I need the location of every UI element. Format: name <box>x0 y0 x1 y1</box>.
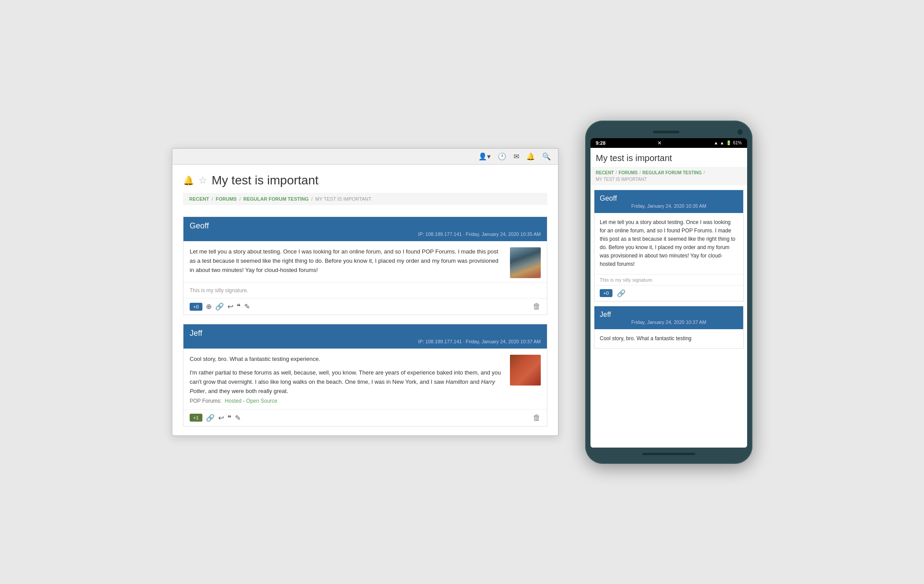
mobile-status-bar: 9:28 ✕ ▲ ▲ 🔋 61% <box>590 138 747 148</box>
post-header-jeff: Jeff IP: 108.189.177.141 · Friday, Janua… <box>183 324 547 349</box>
search-icon[interactable]: 🔍 <box>542 152 551 161</box>
post-author-jeff: Jeff <box>190 329 541 338</box>
add-reaction-icon[interactable]: ⊕ <box>206 302 212 311</box>
mobile-post-author-geoff: Geoff <box>600 195 738 202</box>
mobile-breadcrumb-current: My Test Is Important <box>596 177 647 182</box>
post-author-geoff: Geoff <box>190 221 541 231</box>
bell-icon[interactable]: 🔔 <box>526 152 535 161</box>
mail-icon[interactable]: ✉ <box>513 152 519 161</box>
mobile-page-title: My test is important <box>590 148 747 167</box>
vote-button-geoff[interactable]: +0 <box>190 303 202 311</box>
mobile-post-text-geoff: Let me tell you a story about testing. O… <box>594 213 743 274</box>
post-actions-geoff: +0 ⊕ 🔗 ↩ ❝ ✎ 🗑 <box>183 298 547 315</box>
mobile-status-icons: ▲ ▲ 🔋 61% <box>714 140 742 145</box>
post-header-geoff: Geoff IP: 108.189.177.141 · Friday, Janu… <box>183 217 547 241</box>
mobile-post-date-geoff: Friday, January 24, 2020 10:35 AM <box>600 203 738 209</box>
breadcrumb-current: My Test Is Important <box>315 196 371 202</box>
breadcrumb-recent[interactable]: Recent <box>189 196 209 202</box>
hosted-link[interactable]: Hosted <box>225 398 242 404</box>
browser-toolbar: 👤▾ 🕐 ✉ 🔔 🔍 <box>172 149 558 165</box>
mobile-post-sig-geoff: This is my silly signature. <box>594 274 743 285</box>
post-signature-geoff: This is my silly signature. <box>183 283 547 298</box>
post-links-jeff: POP Forums: Hosted - Open Source <box>183 396 547 409</box>
mobile-vote-button-geoff[interactable]: +0 <box>600 289 612 297</box>
breadcrumb: Recent / Forums / Regular Forum Testing … <box>183 193 547 205</box>
post-body-geoff: Let me tell you a story about testing. O… <box>183 241 547 278</box>
opensource-link[interactable]: Open Source <box>246 398 278 404</box>
mobile-link-icon-geoff[interactable]: 🔗 <box>617 289 626 298</box>
mobile-post-geoff: Geoff Friday, January 24, 2020 10:35 AM … <box>594 190 744 301</box>
link-icon[interactable]: 🔗 <box>215 302 224 311</box>
mobile-breadcrumb: Recent / Forums / Regular Forum Testing … <box>590 167 747 185</box>
wifi-icon: ▲ <box>714 140 718 145</box>
post-text-jeff: Cool story, bro. What a fantastic testin… <box>190 355 504 396</box>
user-icon[interactable]: 👤▾ <box>478 152 491 161</box>
page-title: My test is important <box>212 173 319 187</box>
battery-icon: 🔋 <box>726 140 731 145</box>
mobile-post-author-jeff: Jeff <box>600 311 738 319</box>
post-text-geoff: Let me tell you a story about testing. O… <box>190 247 504 278</box>
avatar-jeff <box>510 355 541 386</box>
edit-icon-jeff[interactable]: ✎ <box>235 414 241 422</box>
mobile-top-bar <box>590 129 747 135</box>
mobile-camera <box>737 129 743 135</box>
quote-icon-jeff[interactable]: ❝ <box>227 414 231 422</box>
mobile-post-header-jeff: Jeff Friday, January 24, 2020 10:37 AM <box>594 306 743 329</box>
avatar-geoff <box>510 247 541 278</box>
signal-icon: ▲ <box>720 140 724 145</box>
post-body-jeff: Cool story, bro. What a fantastic testin… <box>183 349 547 396</box>
mobile-breadcrumb-forums[interactable]: Forums <box>619 170 638 175</box>
post-text-jeff-p1: Cool story, bro. What a fantastic testin… <box>190 355 504 364</box>
page-title-row: 🔔 ☆ My test is important <box>183 173 547 187</box>
desktop-browser: 👤▾ 🕐 ✉ 🔔 🔍 🔔 ☆ My test is important Rece… <box>172 148 559 436</box>
post-actions-jeff: +1 🔗 ↩ ❝ ✎ 🗑 <box>183 409 547 426</box>
mobile-speaker <box>653 131 679 133</box>
link-icon-jeff[interactable]: 🔗 <box>206 414 215 422</box>
mobile-content: My test is important Recent / Forums / R… <box>590 148 747 448</box>
reply-icon-jeff[interactable]: ↩ <box>218 414 224 422</box>
mobile-device: 9:28 ✕ ▲ ▲ 🔋 61% My test is important Re… <box>585 121 752 464</box>
breadcrumb-subforum[interactable]: Regular Forum Testing <box>243 196 309 202</box>
mobile-post-jeff: Jeff Friday, January 24, 2020 10:37 AM C… <box>594 306 744 349</box>
mobile-post-actions-geoff: +0 🔗 <box>594 285 743 301</box>
vote-button-jeff[interactable]: +1 <box>190 414 202 422</box>
page-header: 🔔 ☆ My test is important Recent / Forums… <box>172 165 558 217</box>
post-geoff: Geoff IP: 108.189.177.141 · Friday, Janu… <box>183 217 547 315</box>
mobile-post-date-jeff: Friday, January 24, 2020 10:37 AM <box>600 320 738 325</box>
mobile-screen: 9:28 ✕ ▲ ▲ 🔋 61% My test is important Re… <box>590 138 747 448</box>
unwatch-icon[interactable]: 🔔 <box>183 175 194 186</box>
clock-icon[interactable]: 🕐 <box>498 152 506 161</box>
favorite-icon[interactable]: ☆ <box>198 175 207 186</box>
post-links-label: POP Forums: <box>190 398 221 404</box>
mobile-time: 9:28 <box>596 140 605 146</box>
reply-icon[interactable]: ↩ <box>227 302 233 311</box>
delete-icon-geoff[interactable]: 🗑 <box>533 302 541 311</box>
mobile-carrier-icon: ✕ <box>657 140 662 146</box>
mobile-breadcrumb-recent[interactable]: Recent <box>596 170 614 175</box>
mobile-post-header-geoff: Geoff Friday, January 24, 2020 10:35 AM <box>594 190 743 213</box>
breadcrumb-forums[interactable]: Forums <box>216 196 237 202</box>
mobile-home-indicator <box>642 453 695 455</box>
battery-percent: 61% <box>733 140 742 145</box>
mobile-post-text-jeff: Cool story, bro. What a fantastic testin… <box>594 329 743 348</box>
mobile-breadcrumb-subforum[interactable]: Regular Forum Testing <box>642 170 702 175</box>
post-text-jeff-p2: I'm rather partial to these forums as we… <box>190 368 504 396</box>
delete-icon-jeff[interactable]: 🗑 <box>533 413 541 422</box>
quote-icon[interactable]: ❝ <box>237 302 241 311</box>
edit-icon[interactable]: ✎ <box>244 302 250 311</box>
post-jeff: Jeff IP: 108.189.177.141 · Friday, Janua… <box>183 324 547 426</box>
post-meta-geoff: IP: 108.189.177.141 · Friday, January 24… <box>190 231 541 237</box>
post-meta-jeff: IP: 108.189.177.141 · Friday, January 24… <box>190 339 541 344</box>
